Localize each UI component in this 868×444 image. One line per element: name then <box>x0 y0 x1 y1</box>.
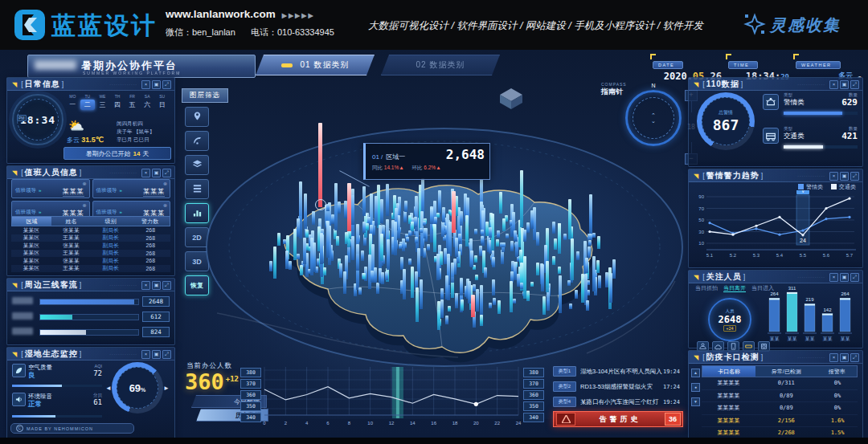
svg-text:18: 18 <box>452 421 458 426</box>
data-bar <box>589 234 592 240</box>
window-icon[interactable]: ▣ <box>840 353 849 362</box>
window-icon[interactable]: ▣ <box>152 281 161 290</box>
legend-item[interactable]: 交通类 <box>823 184 856 189</box>
close-icon[interactable]: × <box>829 80 838 89</box>
name-cell: 某某某某 <box>702 417 755 425</box>
data-bar <box>442 207 445 223</box>
rate-cell: 1.5% <box>817 430 858 436</box>
data-bar <box>334 183 338 230</box>
expand-icon[interactable]: ⤢ <box>850 80 859 89</box>
alert-item[interactable]: 类型2 RD13-53烟感报警疑似火灾 17:24 <box>553 381 680 393</box>
close-icon[interactable]: × <box>829 273 838 282</box>
tab-data-category-01[interactable]: 01 数据类别 <box>256 55 375 75</box>
focus-bar-chart: 264某某311某某219某某142某某264某某 <box>764 282 859 346</box>
alert-item[interactable]: 类型4 某路口有小汽车连闯三个红灯 19:24 <box>553 396 680 408</box>
weekday-cell[interactable]: 三 <box>95 100 110 110</box>
tab-active-dash-icon <box>281 63 293 67</box>
alert-text: 某路口有小汽车连闯三个红灯 <box>580 398 663 406</box>
weekday-cell[interactable]: 一 <box>65 100 80 110</box>
data-bar <box>273 246 276 279</box>
data-bar <box>381 272 384 284</box>
column-header[interactable]: 异常/已检测 <box>755 368 817 376</box>
scroll-dot-icon[interactable]: ● <box>691 383 700 392</box>
data-bar <box>343 271 346 293</box>
column-header[interactable]: 报警率 <box>817 368 857 376</box>
data-bar <box>345 232 348 244</box>
window-icon[interactable]: ▣ <box>840 172 849 181</box>
cell: 某某区 <box>11 249 51 257</box>
alert-item[interactable]: 类型1 湿地3-104片区有不明人员闯入 19:24 <box>553 365 680 377</box>
close-icon[interactable]: × <box>829 353 838 362</box>
weekday-cell[interactable]: 六 <box>140 100 155 110</box>
data-bar <box>497 300 501 314</box>
data-bar <box>312 211 315 225</box>
weekday-cell[interactable]: 四 <box>110 100 125 110</box>
data-bar <box>588 246 591 258</box>
close-icon[interactable]: × <box>829 172 838 181</box>
alert-time: 19:24 <box>663 399 680 405</box>
data-bar <box>480 315 483 327</box>
data-bar <box>609 273 612 303</box>
data-bar <box>576 251 579 260</box>
close-icon[interactable]: × <box>141 169 150 177</box>
weekday-cell[interactable]: 日 <box>154 100 170 110</box>
window-icon[interactable]: ▣ <box>840 80 849 89</box>
weekday-cell[interactable]: 二 <box>80 100 96 110</box>
expand-icon[interactable]: ⤢ <box>850 273 859 282</box>
data-bar <box>269 261 272 271</box>
name-cell: 某某某某 <box>702 392 755 400</box>
data-bar <box>581 274 584 303</box>
data-bar <box>351 189 354 225</box>
data-bar <box>416 287 419 322</box>
metric-bar <box>784 145 858 149</box>
panel-daily-info: ◥[日常信息]·············×▣⤢ PM 18:34 MOTUWET… <box>6 77 175 164</box>
alert-history-bar[interactable]: 告警历史 36 <box>553 411 683 427</box>
close-icon[interactable]: × <box>141 350 150 359</box>
column-header[interactable]: 卡口名称 <box>702 366 755 377</box>
brand-url[interactable]: www.lanlanwork.com▶▶▶▶▶ <box>166 8 315 20</box>
data-bar <box>320 234 323 264</box>
data-bar <box>404 201 407 212</box>
expand-icon[interactable]: ⤢ <box>162 80 171 89</box>
cell: 268 <box>131 251 171 256</box>
svg-text:12: 12 <box>389 421 395 426</box>
close-icon[interactable]: × <box>141 281 150 290</box>
focus-tab[interactable]: 当日离开 <box>723 285 746 292</box>
expand-icon[interactable]: ⤢ <box>850 172 859 181</box>
flow-bar-row: 612 <box>12 312 170 323</box>
cell: 王某某 <box>51 249 92 257</box>
duty-leader-card[interactable]: 值班领导»⊗某某某 <box>11 179 90 198</box>
window-icon[interactable]: ▣ <box>840 273 849 282</box>
trend-chart: 9070503010∨5.15.25.35.45.55.65.724 <box>692 190 859 264</box>
close-icon[interactable]: × <box>141 80 150 89</box>
office-count-value: 360+12 <box>185 369 239 394</box>
panel-title: 110数据 <box>706 79 739 90</box>
expand-icon[interactable]: ⤢ <box>162 350 171 359</box>
legend-item[interactable]: 警情类 <box>790 184 823 189</box>
data-bar <box>414 217 417 227</box>
window-icon[interactable]: ▣ <box>152 169 161 177</box>
panel-duty-personnel: ◥[值班人员信息]·············×▣⤢ 值班领导»⊗某某某值班领导»… <box>6 165 175 276</box>
duty-leader-card[interactable]: 值班领导»⊗某某某 <box>92 179 171 198</box>
scroll-up-icon[interactable]: ▲ <box>691 369 700 377</box>
alert-type-badge: 类型4 <box>553 397 576 407</box>
expand-icon[interactable]: ⤢ <box>850 353 859 362</box>
focus-tab[interactable]: 当日抓拍 <box>695 285 718 291</box>
scroll-down-icon[interactable]: ▼ <box>691 397 700 406</box>
weekday-cell[interactable]: 五 <box>125 100 140 110</box>
data-bar <box>496 239 499 246</box>
data-bar <box>588 240 592 245</box>
metric-bar <box>784 112 858 115</box>
tab-data-category-02[interactable]: 02 数据类别 <box>381 55 500 75</box>
panel-title: 防疫卡口检测 <box>706 352 760 363</box>
data-bar <box>484 267 487 278</box>
rate-cell: 0% <box>817 380 858 386</box>
data-bar <box>568 199 571 239</box>
window-icon[interactable]: ▣ <box>152 80 161 89</box>
table-row: 某某区张某某副局长268 <box>11 226 170 234</box>
expand-icon[interactable]: ⤢ <box>162 169 171 177</box>
expand-icon[interactable]: ⤢ <box>162 281 171 290</box>
data-bar <box>420 211 424 255</box>
compass-dial[interactable]: N ⌃⌄ <box>625 90 682 146</box>
window-icon[interactable]: ▣ <box>152 350 161 359</box>
